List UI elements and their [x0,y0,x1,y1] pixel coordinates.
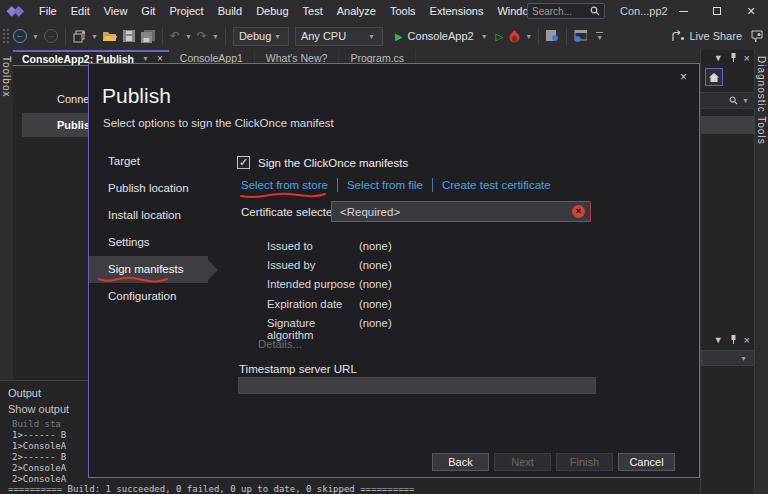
undo-button[interactable]: ↶ [167,25,183,47]
close-icon[interactable]: × [744,334,750,346]
solution-explorer-search-box[interactable]: ▼ [701,92,755,109]
certificate-selected-value: <Required> [340,206,400,218]
save-icon [123,30,135,42]
finish-button[interactable]: Finish [556,453,613,471]
chevron-down-icon[interactable]: ▼ [714,335,723,345]
navigate-forward-button[interactable]: → [41,25,61,47]
play-icon: ▶ [395,31,403,42]
menu-item[interactable]: Edit [64,0,97,22]
nav-item-configuration[interactable]: Configuration [89,283,224,310]
toolbar-grip[interactable] [2,28,10,44]
nav-item-settings[interactable]: Settings [89,229,224,256]
sign-manifests-checkbox-row: ✓ Sign the ClickOnce manifests [237,156,408,169]
chevron-down-icon[interactable]: ▼ [523,33,534,40]
cancel-button[interactable]: Cancel [618,453,675,471]
certificate-detail-row: Signature algorithm (none) [267,317,392,336]
solution-explorer-home-button[interactable] [705,68,723,86]
back-button[interactable]: Back [432,453,489,471]
toolbar-separator [566,28,567,45]
forward-arrow-icon: → [44,29,58,43]
output-line: 2>------ B [12,452,66,462]
debug-configuration-value: Debug [239,30,271,42]
save-all-button[interactable] [138,25,158,47]
pin-icon[interactable] [730,53,737,63]
nav-item-publish-location[interactable]: Publish location [89,175,224,202]
timestamp-server-url-input[interactable] [238,377,596,394]
chevron-down-icon[interactable]: ▼ [30,33,41,40]
window-layout-button[interactable] [571,25,590,47]
certificate-links-row: Select from store Select from file Creat… [241,178,551,192]
certificate-detail-row: Expiration date (none) [267,298,392,317]
dialog-title: Publish [102,84,171,108]
open-folder-button[interactable] [100,25,120,47]
menu-item[interactable]: View [97,0,135,22]
live-share-icon [671,30,685,42]
redo-button[interactable]: ↷ [194,25,210,47]
chevron-down-icon[interactable]: ▼ [714,53,723,63]
platform-select[interactable]: Any CPU ▼ [295,27,383,46]
start-debugging-button[interactable]: ▶ ConsoleApp2 ▼ [392,25,493,47]
next-button[interactable]: Next [494,453,551,471]
window-controls: ✕ [666,0,768,22]
chevron-down-icon: ▼ [272,33,283,40]
save-button[interactable] [120,25,138,47]
create-test-certificate-link[interactable]: Create test certificate [442,179,551,191]
main-toolbar: ← ▼ → ▼ ↶ ▼ ↷ ▼ Debug ▼ Any CPU ▼ [0,22,768,50]
diagnostic-tools-label: Diagnostic Tools [756,56,767,145]
certificate-selected-label: Certificate selected [241,206,339,218]
new-project-button[interactable] [70,25,89,47]
maximize-button[interactable] [700,0,734,22]
nav-item-target[interactable]: Target [89,148,224,175]
menu-item[interactable]: Tools [383,0,423,22]
close-button[interactable]: ✕ [734,0,768,22]
properties-object-select[interactable]: ▼ [701,350,755,366]
maximize-icon [713,7,721,15]
start-without-debugging-button[interactable]: ▷ [493,25,507,47]
live-share-button[interactable]: Live Share [671,22,742,50]
run-target-label: ConsoleApp2 [408,30,474,42]
close-icon[interactable]: × [744,52,750,64]
pin-icon[interactable] [730,335,737,345]
menu-item[interactable]: Build [211,0,249,22]
chevron-down-icon[interactable]: ▼ [183,33,194,40]
home-icon [709,73,719,82]
find-in-files-button[interactable] [543,25,562,47]
search-icon [590,6,600,16]
minimize-button[interactable] [666,0,700,22]
diagnostic-tools-tool-tab[interactable]: Diagnostic Tools [754,50,768,494]
hot-reload-button[interactable] [506,25,523,47]
navigate-backward-button[interactable]: ← [10,25,30,47]
toolbar-overflow-button[interactable]: ▼ [594,32,605,41]
detail-label: Signature algorithm [267,317,359,336]
menu-item[interactable]: File [32,0,64,22]
menu-item[interactable]: Project [162,0,210,22]
live-share-label: Live Share [689,30,742,42]
details-link-disabled[interactable]: Details... [258,338,302,350]
chevron-down-icon[interactable]: ▼ [210,33,221,40]
menu-item[interactable]: Analyze [330,0,383,22]
menu-item[interactable]: Extensions [423,0,491,22]
dialog-button-row: Back Next Finish Cancel [432,453,675,471]
dialog-close-button[interactable]: × [680,70,687,84]
menu-item[interactable]: Test [296,0,330,22]
chevron-down-icon[interactable]: ▼ [140,55,151,62]
search-box[interactable]: Search... [527,3,605,19]
sign-clickonce-checkbox[interactable]: ✓ [237,156,250,169]
link-separator [337,178,338,192]
debug-configuration-select[interactable]: Debug ▼ [233,27,289,46]
select-from-store-link[interactable]: Select from store [241,179,328,191]
certificate-selected-field[interactable]: <Required> × [331,201,591,222]
nav-item-install-location[interactable]: Install location [89,202,224,229]
platform-value: Any CPU [301,30,346,42]
detail-value: (none) [359,240,392,259]
toolbox-tool-tab[interactable]: Toolbox [0,50,13,380]
nav-item-sign-manifests[interactable]: Sign manifests [89,256,208,283]
menu-item[interactable]: Debug [249,0,295,22]
select-from-file-link[interactable]: Select from file [347,179,423,191]
output-line: 2>ConsoleA [12,463,66,473]
solution-explorer-selected-row[interactable] [701,116,755,134]
output-line: Build sta [12,419,61,429]
menu-item[interactable]: Git [134,0,162,22]
sign-in-button[interactable] [751,22,764,50]
chevron-down-icon[interactable]: ▼ [89,33,100,40]
